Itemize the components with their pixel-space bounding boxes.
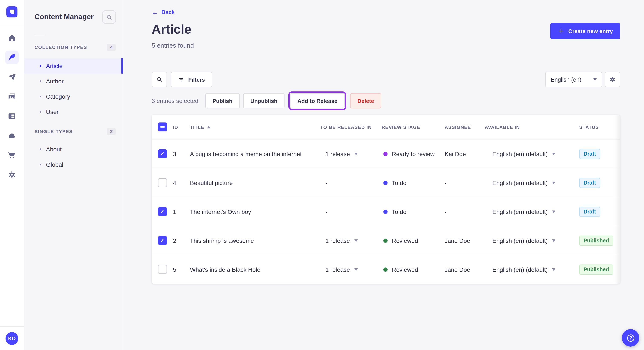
chevron-down-icon <box>552 239 556 242</box>
view-settings-gear-icon[interactable] <box>605 72 620 87</box>
cell-to-be-released-in[interactable]: 1 release <box>320 150 382 157</box>
create-new-entry-button[interactable]: Create new entry <box>550 23 620 39</box>
sidebar-item-label: Global <box>46 161 63 168</box>
table-row[interactable]: 3 A bug is becoming a meme on the intern… <box>152 139 620 168</box>
question-mark-icon <box>626 333 635 343</box>
status-badge: Published <box>579 264 613 275</box>
select-all-checkbox[interactable] <box>158 123 167 131</box>
page-title: Article <box>152 22 192 37</box>
table-header-row: ID TITLE TO BE RELEASED IN REVIEW STAGE … <box>152 115 620 139</box>
chevron-down-icon <box>354 153 358 155</box>
create-new-entry-label: Create new entry <box>568 28 613 34</box>
chevron-down-icon <box>552 153 556 155</box>
search-icon[interactable] <box>102 10 116 24</box>
back-label: Back <box>162 9 175 15</box>
cell-title: The internet's Own boy <box>190 208 320 215</box>
cell-title: A bug is becoming a meme on the internet <box>190 150 320 157</box>
sidebar-item-label: About <box>46 146 62 153</box>
cell-status: Published <box>579 264 620 275</box>
entries-count-subtitle: 5 entries found <box>152 42 620 49</box>
sidebar-item-user[interactable]: User <box>24 104 123 120</box>
status-badge: Draft <box>579 149 600 159</box>
publish-button[interactable]: Publish <box>205 93 240 108</box>
cell-to-be-released-in[interactable]: 1 release <box>320 266 382 273</box>
marketplace-cart-icon[interactable] <box>5 149 19 162</box>
cell-assignee: - <box>445 208 485 215</box>
settings-gear-icon[interactable] <box>5 168 19 181</box>
plus-icon <box>558 28 564 34</box>
table-row[interactable]: 4 Beautiful picture - To do - English (e… <box>152 168 620 197</box>
cell-id: 5 <box>173 266 190 273</box>
user-avatar[interactable]: KD <box>6 332 18 345</box>
help-button[interactable] <box>622 329 639 347</box>
column-header-to-be-released-in[interactable]: TO BE RELEASED IN <box>320 124 382 130</box>
row-checkbox[interactable] <box>158 236 167 245</box>
column-header-assignee[interactable]: ASSIGNEE <box>445 124 485 130</box>
bullet-icon <box>40 164 41 166</box>
sidebar-item-article[interactable]: Article <box>24 58 123 74</box>
row-checkbox[interactable] <box>158 207 167 216</box>
bullet-icon <box>40 80 41 82</box>
cell-status: Draft <box>579 149 620 159</box>
sort-ascending-icon <box>207 126 210 128</box>
content-manager-feather-icon[interactable] <box>5 51 19 64</box>
column-header-status[interactable]: STATUS <box>579 124 620 130</box>
cell-to-be-released-in[interactable]: - <box>320 179 382 186</box>
cell-review-stage: Ready to review <box>382 150 445 157</box>
stage-dot-icon <box>383 238 388 243</box>
cell-status: Published <box>579 235 620 246</box>
search-icon[interactable] <box>152 72 167 87</box>
table-row[interactable]: 2 This shrimp is awesome 1 release Revie… <box>152 226 620 255</box>
content-type-builder-icon[interactable] <box>5 109 19 123</box>
column-header-title[interactable]: TITLE <box>190 124 320 130</box>
sidebar-item-author[interactable]: Author <box>24 74 123 89</box>
delete-button[interactable]: Delete <box>350 93 381 108</box>
status-badge: Draft <box>579 206 600 217</box>
row-checkbox[interactable] <box>158 149 167 158</box>
cell-to-be-released-in[interactable]: 1 release <box>320 237 382 244</box>
bullet-icon <box>40 65 41 67</box>
subnav-title: Content Manager <box>34 13 94 21</box>
media-library-icon[interactable] <box>5 90 19 103</box>
chevron-down-icon <box>354 239 358 242</box>
filters-button[interactable]: Filters <box>171 72 212 87</box>
home-icon[interactable] <box>5 31 19 45</box>
rail-footer: KD <box>0 326 24 350</box>
column-header-id[interactable]: ID <box>173 124 190 130</box>
filters-label: Filters <box>188 76 205 83</box>
add-to-release-button[interactable]: Add to Release <box>290 93 344 108</box>
cell-id: 2 <box>173 237 190 244</box>
cell-available-in[interactable]: English (en) (default) <box>485 150 579 157</box>
row-checkbox[interactable] <box>158 265 167 274</box>
column-header-review-stage[interactable]: REVIEW STAGE <box>382 124 445 130</box>
cell-available-in[interactable]: English (en) (default) <box>485 208 579 215</box>
cell-available-in[interactable]: English (en) (default) <box>485 179 579 186</box>
stage-dot-icon <box>383 180 388 185</box>
back-link[interactable]: ←Back <box>152 9 175 15</box>
column-header-available-in[interactable]: AVAILABLE IN <box>485 124 579 130</box>
entries-table: ID TITLE TO BE RELEASED IN REVIEW STAGE … <box>152 115 620 284</box>
releases-paper-plane-icon[interactable] <box>5 70 19 84</box>
row-checkbox[interactable] <box>158 178 167 187</box>
table-body: 3 A bug is becoming a meme on the intern… <box>152 139 620 284</box>
unpublish-button[interactable]: Unpublish <box>243 93 284 108</box>
sidebar-item-category[interactable]: Category <box>24 89 123 104</box>
strapi-logo[interactable] <box>0 0 24 24</box>
selection-bar: 3 entries selected Publish Unpublish Add… <box>152 93 620 108</box>
content-manager-subnav: Content Manager COLLECTION TYPES 4 Artic… <box>24 0 123 350</box>
status-badge: Published <box>579 235 613 246</box>
sidebar-item-about[interactable]: About <box>24 142 123 157</box>
table-row[interactable]: 1 The internet's Own boy - To do - Engli… <box>152 197 620 226</box>
chevron-down-icon <box>593 78 597 81</box>
locale-select[interactable]: English (en) <box>545 72 602 87</box>
cell-available-in[interactable]: English (en) (default) <box>485 237 579 244</box>
cell-status: Draft <box>579 206 620 217</box>
bullet-icon <box>40 149 41 150</box>
app-window: KD Content Manager COLLECTION TYPES 4 Ar… <box>0 0 644 350</box>
table-row[interactable]: 5 What's inside a Black Hole 1 release R… <box>152 255 620 284</box>
cell-available-in[interactable]: English (en) (default) <box>485 266 579 273</box>
sidebar-item-global[interactable]: Global <box>24 157 123 172</box>
cell-to-be-released-in[interactable]: - <box>320 208 382 215</box>
toolbar: Filters English (en) <box>152 72 620 87</box>
cloud-icon[interactable] <box>5 129 19 143</box>
